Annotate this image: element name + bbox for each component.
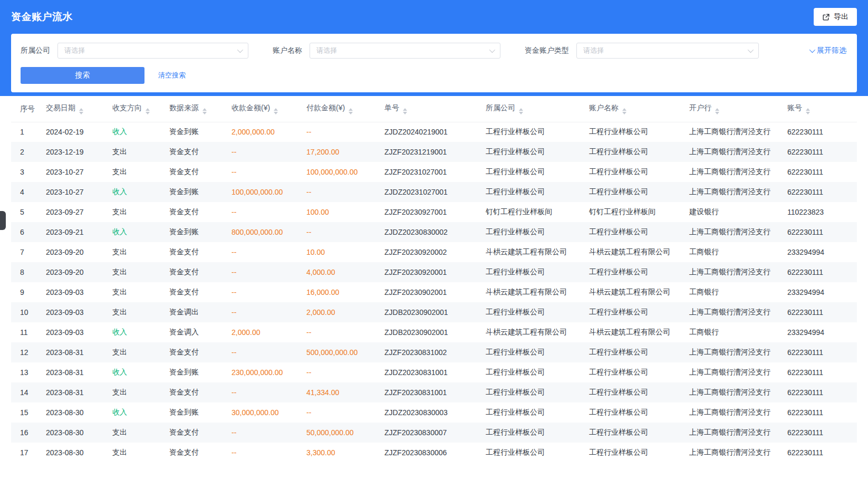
cell-income-amount: 2,000,000.00 <box>227 122 302 142</box>
cell-income-amount: -- <box>227 342 302 362</box>
column-header-company[interactable]: 所属公司 <box>481 97 585 122</box>
cell-bank: 工商银行 <box>685 242 783 262</box>
cell-income-amount: -- <box>227 382 302 402</box>
cell-expense-amount: 2,000.00 <box>302 302 380 322</box>
cell-no: 7 <box>11 242 42 262</box>
cell-expense-amount: 4,000.00 <box>302 262 380 282</box>
cell-expense-amount: -- <box>302 402 380 423</box>
cell-direction: 支出 <box>108 202 165 222</box>
cell-income-amount: -- <box>227 162 302 182</box>
account-name-filter-label: 账户名称 <box>273 46 302 55</box>
cell-bank: 上海工商银行漕河泾支行 <box>685 362 783 382</box>
side-drawer-handle[interactable] <box>0 211 6 230</box>
table-row: 82023-09-20支出资金支付--4,000.00ZJZF202309200… <box>11 262 857 282</box>
cell-account-name: 工程行业样板公司 <box>585 262 685 282</box>
cell-account-name: 斗栱云建筑工程有限公司 <box>585 282 685 302</box>
cell-account-no: 622230111 <box>783 162 857 182</box>
table-row: 42023-10-27收入资金到账100,000,000.00--ZJDZ202… <box>11 182 857 202</box>
table-row: 142023-08-31支出资金支付--41,334.00ZJZF2023083… <box>11 382 857 402</box>
sort-carets-icon <box>622 108 626 114</box>
column-header-bank[interactable]: 开户行 <box>685 97 783 122</box>
expand-filter-link[interactable]: 展开筛选 <box>809 46 846 55</box>
column-header-account_name[interactable]: 账户名称 <box>585 97 685 122</box>
fund-account-flow-page: 资金账户流水 导出 所属公司 请选择 账户名称 <box>0 0 868 489</box>
cell-expense-amount: -- <box>302 322 380 342</box>
export-button[interactable]: 导出 <box>814 8 857 26</box>
cell-no: 16 <box>11 423 42 443</box>
cell-direction: 支出 <box>108 423 165 443</box>
cell-order-no: ZJDZ20240219001 <box>380 122 481 142</box>
cell-expense-amount: 10.00 <box>302 242 380 262</box>
cell-expense-amount: 50,000,000.00 <box>302 423 380 443</box>
cell-bank: 上海工商银行漕河泾支行 <box>685 342 783 362</box>
cell-order-no: ZJZF20230830007 <box>380 423 481 443</box>
column-header-date[interactable]: 交易日期 <box>42 97 108 122</box>
cell-direction: 收入 <box>108 402 165 423</box>
column-header-order_no[interactable]: 单号 <box>380 97 481 122</box>
cell-date: 2023-09-20 <box>42 242 108 262</box>
company-select-placeholder: 请选择 <box>64 46 85 55</box>
cell-date: 2024-02-19 <box>42 122 108 142</box>
cell-source: 资金到账 <box>165 182 227 202</box>
fund-account-type-select-placeholder: 请选择 <box>583 46 604 55</box>
search-button[interactable]: 搜索 <box>21 67 144 84</box>
cell-direction: 收入 <box>108 362 165 382</box>
cell-order-no: ZJZF20231219001 <box>380 142 481 162</box>
cell-source: 资金支付 <box>165 242 227 262</box>
cell-date: 2023-08-30 <box>42 443 108 463</box>
cell-order-no: ZJDZ20230830002 <box>380 222 481 242</box>
cell-income-amount: -- <box>227 443 302 463</box>
cell-bank: 上海工商银行漕河泾支行 <box>685 443 783 463</box>
cell-bank: 上海工商银行漕河泾支行 <box>685 182 783 202</box>
cell-company: 工程行业样板公司 <box>481 162 585 182</box>
cell-date: 2023-08-31 <box>42 342 108 362</box>
company-select[interactable]: 请选择 <box>57 43 248 59</box>
cell-order-no: ZJZF20230927001 <box>380 202 481 222</box>
cell-account-no: 622230111 <box>783 423 857 443</box>
filter-group-company: 所属公司 请选择 <box>21 43 248 59</box>
cell-direction: 支出 <box>108 242 165 262</box>
cell-expense-amount: 100,000,000.00 <box>302 162 380 182</box>
column-header-account_no[interactable]: 账号 <box>783 97 857 122</box>
cell-source: 资金到账 <box>165 402 227 423</box>
column-header-income[interactable]: 收款金额(¥) <box>227 97 302 122</box>
export-icon <box>822 13 830 21</box>
cell-income-amount: -- <box>227 202 302 222</box>
cell-date: 2023-08-30 <box>42 423 108 443</box>
cell-bank: 建设银行 <box>685 202 783 222</box>
account-name-select[interactable]: 请选择 <box>310 43 500 59</box>
cell-income-amount: 30,000,000.00 <box>227 402 302 423</box>
cell-account-no: 622230111 <box>783 222 857 242</box>
sort-carets-icon <box>202 108 207 114</box>
cell-direction: 支出 <box>108 162 165 182</box>
cell-account-no: 622230111 <box>783 342 857 362</box>
cell-account-name: 工程行业样板公司 <box>585 142 685 162</box>
column-header-direction[interactable]: 收支方向 <box>108 97 165 122</box>
cell-bank: 上海工商银行漕河泾支行 <box>685 262 783 282</box>
sort-carets-icon <box>715 108 719 114</box>
clear-search-link[interactable]: 清空搜索 <box>158 71 186 80</box>
cell-account-no: 622230111 <box>783 262 857 282</box>
cell-direction: 支出 <box>108 142 165 162</box>
account-name-select-placeholder: 请选择 <box>316 46 337 55</box>
cell-direction: 收入 <box>108 322 165 342</box>
column-header-expense[interactable]: 付款金额(¥) <box>302 97 380 122</box>
cell-bank: 上海工商银行漕河泾支行 <box>685 302 783 322</box>
column-header-source[interactable]: 数据来源 <box>165 97 227 122</box>
fund-account-type-select[interactable]: 请选择 <box>576 43 759 59</box>
cell-account-name: 钉钉工程行业样板间 <box>585 202 685 222</box>
cell-date: 2023-09-21 <box>42 222 108 242</box>
filter-actions-row: 搜索 清空搜索 <box>21 67 846 84</box>
cell-company: 工程行业样板公司 <box>481 423 585 443</box>
cell-company: 工程行业样板公司 <box>481 222 585 242</box>
cell-expense-amount: -- <box>302 362 380 382</box>
cell-company: 斗栱云建筑工程有限公司 <box>481 242 585 262</box>
cell-source: 资金支付 <box>165 443 227 463</box>
column-label: 收支方向 <box>112 103 142 112</box>
filter-panel: 所属公司 请选择 账户名称 请选择 资金账户类型 请选择 <box>11 34 857 92</box>
cell-income-amount: -- <box>227 302 302 322</box>
table-row: 102023-09-03支出资金调出--2,000.00ZJDB20230902… <box>11 302 857 322</box>
cell-no: 3 <box>11 162 42 182</box>
cell-account-no: 622230111 <box>783 443 857 463</box>
cell-company: 斗栱云建筑工程有限公司 <box>481 282 585 302</box>
